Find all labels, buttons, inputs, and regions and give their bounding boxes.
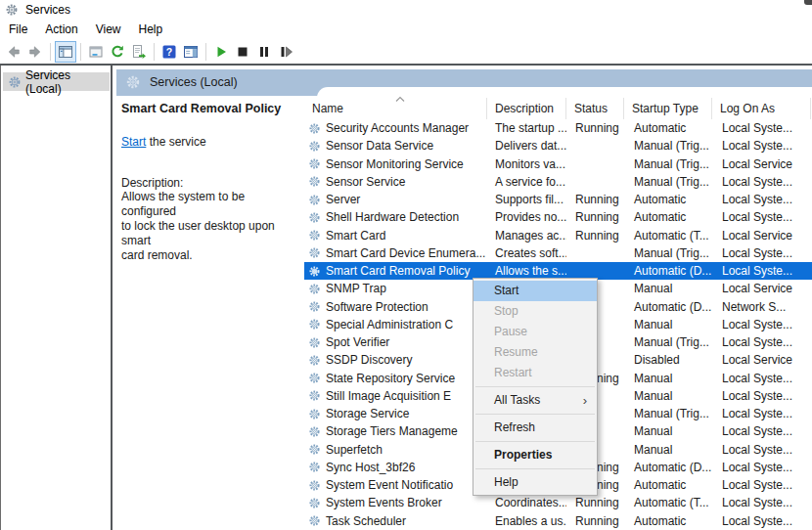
service-gear-icon [308,246,321,259]
service-logon-cell: Local Service [712,351,811,369]
table-row[interactable]: Security Accounts Manager The startup ..… [304,119,812,137]
help-icon[interactable]: ? [158,41,180,63]
popup-window-icon[interactable] [85,41,107,63]
service-startup-cell: Manual (Trig... [624,333,712,351]
table-row[interactable]: Task Scheduler Enables a us... Running A… [304,512,812,530]
service-logon-cell: Local Syste... [712,512,811,530]
service-gear-icon [308,318,321,331]
column-header[interactable]: Description [487,98,566,119]
service-status-cell [566,173,624,191]
menu-bar-item[interactable]: View [87,20,130,39]
toolbar-separator [50,43,51,61]
service-startup-cell: Manual (Trig... [624,155,712,173]
submenu-arrow-icon: › [583,390,587,411]
service-startup-cell: Manual [624,422,712,440]
service-logon-cell: Local Syste... [712,405,811,422]
service-logon-cell: Local Syste... [712,137,811,155]
service-gear-icon [308,425,321,438]
table-row[interactable]: Sensor Service A service fo... Manual (T… [304,173,812,191]
service-description-cell: Manages ac... [487,227,566,244]
service-gear-icon [308,229,321,242]
service-logon-cell: Local Syste... [712,262,811,280]
service-logon-cell: Local Syste... [712,316,811,333]
description-line: Allows the system to be configured [121,190,298,219]
table-row[interactable]: System Events Broker Coordinates... Runn… [304,494,812,511]
description-line: to lock the user desktop upon smart [121,219,298,248]
table-row[interactable]: Shell Hardware Detection Provides no... … [304,208,812,226]
service-description-cell: Monitors va... [487,155,566,173]
context-menu-item-properties[interactable]: Properties [474,445,597,465]
service-gear-icon [308,194,321,206]
context-menu-item-start[interactable]: Start [474,281,597,301]
service-description-cell: The startup ... [487,119,566,137]
column-header[interactable]: Log On As [712,98,811,119]
service-name: Software Protection [326,300,429,314]
refresh-icon[interactable] [107,41,128,63]
service-name: SNMP Trap [326,282,386,295]
table-row[interactable]: Sensor Data Service Delivers dat... Manu… [304,137,812,155]
service-status-cell: Running [566,208,624,226]
service-status-cell: Running [566,512,624,530]
service-gear-icon [308,497,321,509]
services-app-icon [5,3,19,17]
column-header[interactable]: Startup Type [624,98,712,119]
toolbar-separator [205,43,206,61]
forward-arrow-icon[interactable] [24,41,46,63]
table-row[interactable]: Smart Card Device Enumera... Creates sof… [304,244,812,262]
service-description-cell: Enables a us... [487,512,566,530]
table-row[interactable]: Sensor Monitoring Service Monitors va...… [304,155,812,173]
menu-item-label: All Tasks [494,393,540,407]
context-menu-item-refresh[interactable]: Refresh [474,418,597,438]
service-logon-cell: Local Syste... [712,173,811,191]
context-menu-item-help[interactable]: Help [474,472,597,493]
service-gear-icon [308,354,321,367]
export-list-icon[interactable] [128,41,150,63]
resume-service-icon[interactable] [275,41,296,63]
service-gear-icon [308,265,321,278]
start-service-icon[interactable] [210,41,232,63]
services-mmc-window: Services FileActionViewHelp ? Services (… [0,0,812,530]
menu-bar-item[interactable]: Action [36,20,86,39]
description-label: Description: [121,176,298,190]
service-status-cell: Running [566,227,624,244]
tree-item-services-local[interactable]: Services (Local) [3,72,110,91]
title-bar: Services [0,0,812,20]
menu-bar: FileActionViewHelp [0,20,812,39]
service-gear-icon [308,408,321,420]
pause-service-icon[interactable] [253,41,275,63]
show-action-pane-icon[interactable] [180,41,202,63]
menu-bar-item[interactable]: File [0,20,36,39]
column-header[interactable]: Status [566,98,624,119]
service-startup-cell: Automatic (D... [624,459,712,476]
service-logon-cell: Network S... [712,298,811,316]
service-name: Sync Host_3bf26 [326,461,415,474]
menu-bar-item[interactable]: Help [130,20,172,39]
start-service-link[interactable]: Start [121,135,146,149]
service-description-cell: Provides no... [487,208,566,226]
table-row[interactable]: Smart Card Manages ac... Running Automat… [304,227,812,244]
menu-item-label: Resume [494,345,538,359]
service-name: Task Scheduler [326,514,406,528]
main-area: Services (Local) Services (Local) Smart … [0,66,812,530]
service-gear-icon [308,479,321,492]
menu-separator [475,441,595,442]
service-gear-icon [308,175,321,188]
service-name: Superfetch [326,443,383,457]
service-startup-cell: Disabled [624,351,712,369]
service-logon-cell: Local Syste... [712,422,811,440]
service-startup-cell: Manual (Trig... [624,173,712,191]
stop-service-icon[interactable] [232,41,253,63]
context-menu-item-all-tasks[interactable]: All Tasks› [474,390,597,411]
service-logon-cell: Local Service [712,155,811,173]
show-console-tree-icon[interactable] [55,41,76,63]
menu-item-label: Pause [494,325,527,338]
service-gear-icon [308,443,321,456]
service-logon-cell: Local Syste... [712,119,811,137]
back-arrow-icon[interactable] [3,41,24,63]
service-status-cell [566,155,624,173]
service-status-cell: Running [566,191,624,208]
service-gear-icon [308,157,321,170]
table-row[interactable]: Server Supports fil... Running Automatic… [304,191,812,208]
selected-service-title: Smart Card Removal Policy [121,102,298,115]
service-name: Spot Verifier [326,335,389,349]
